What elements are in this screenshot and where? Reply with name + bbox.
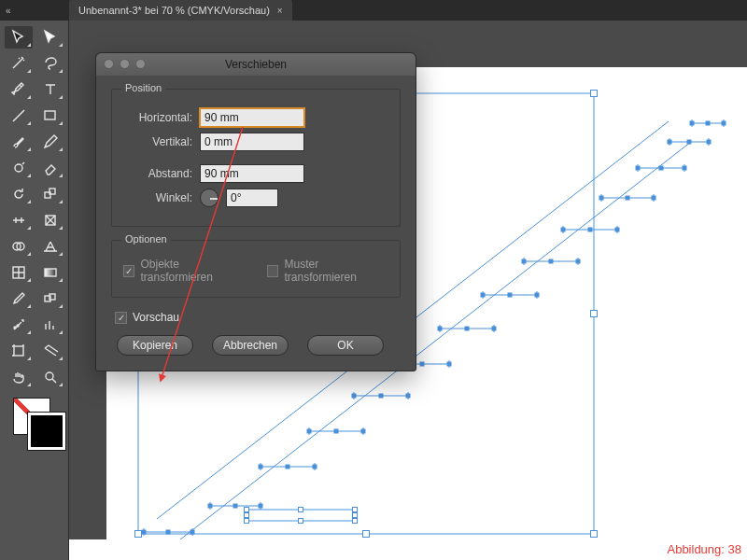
dialog-title: Verschieben [225,58,287,71]
tool-gradient[interactable] [36,261,64,284]
document-tab[interactable]: Unbenannt-3* bei 70 % (CMYK/Vorschau) × [69,0,292,21]
zoom-traffic-light[interactable] [135,59,146,69]
ok-button[interactable]: OK [307,335,384,356]
tool-shape-builder[interactable] [5,235,33,258]
tool-selection[interactable] [5,26,33,49]
tool-scale[interactable] [36,183,64,205]
tool-blob-brush[interactable] [5,157,33,179]
objects-checkbox[interactable] [123,265,134,277]
tool-column-graph[interactable] [36,314,64,336]
preview-checkbox[interactable] [115,312,127,324]
document-tab-title: Unbenannt-3* bei 70 % (CMYK/Vorschau) [78,5,270,16]
tool-lasso[interactable] [36,52,64,75]
vertikal-label: Vertikal: [123,135,192,148]
tool-mesh[interactable] [5,261,33,284]
chevrons-left-icon: « [6,6,11,16]
winkel-field[interactable] [226,189,278,207]
options-group: Optionen Objekte transformieren Muster t… [111,240,401,298]
panel-collapse-button[interactable]: « [0,0,69,21]
tool-line-segment[interactable] [5,105,33,127]
tool-free-transform[interactable] [36,209,64,231]
tool-zoom[interactable] [36,366,64,388]
tool-magic-wand[interactable] [5,52,33,75]
horizontal-label: Horizontal: [123,111,192,124]
tool-pencil[interactable] [36,131,64,153]
tool-type[interactable] [36,78,64,101]
svg-rect-13 [14,346,23,356]
svg-rect-8 [45,269,56,276]
document-tab-bar: Unbenannt-3* bei 70 % (CMYK/Vorschau) × [69,0,292,21]
tool-slice[interactable] [36,340,64,362]
vertikal-field[interactable] [200,133,304,151]
angle-dial[interactable] [200,189,218,207]
kopieren-label: Kopieren [133,339,177,352]
position-legend: Position [121,82,165,93]
winkel-label: Winkel: [123,191,192,204]
patterns-checkbox[interactable] [267,265,278,277]
abstand-label: Abstand: [123,167,192,180]
tool-paintbrush[interactable] [5,131,33,153]
tool-pen[interactable] [5,78,33,101]
svg-point-11 [14,327,16,329]
tool-direct-selection[interactable] [36,26,64,49]
tool-width[interactable] [5,209,33,231]
tool-symbol-sprayer[interactable] [5,314,33,336]
ok-label: OK [337,339,353,352]
close-icon[interactable]: × [277,6,283,16]
tool-eraser[interactable] [36,157,64,179]
svg-point-14 [46,372,53,380]
move-dialog: Verschieben Position Horizontal: Vertika… [95,52,416,371]
fill-stroke-swatches [0,398,68,450]
abbrechen-label: Abbrechen [223,339,277,352]
abstand-field[interactable] [200,164,304,183]
options-legend: Optionen [121,233,171,245]
close-traffic-light[interactable] [104,59,114,69]
svg-rect-0 [45,111,55,119]
preview-label: Vorschau [133,311,179,324]
kopieren-button[interactable]: Kopieren [117,335,193,356]
tool-perspective-grid[interactable] [36,235,64,258]
abbrechen-button[interactable]: Abbrechen [212,335,289,356]
dialog-titlebar[interactable]: Verschieben [96,53,416,76]
tool-rotate[interactable] [5,183,33,205]
window-controls [104,59,146,69]
tools-panel [0,21,69,560]
figure-caption: Abbildung: 38 [667,542,741,556]
minimize-traffic-light[interactable] [120,59,130,69]
svg-point-1 [15,164,22,172]
position-group: Position Horizontal: Vertikal: Abstand: … [111,89,401,227]
patterns-checkbox-label: Muster transformieren [284,258,388,284]
tool-eyedropper[interactable] [5,287,33,310]
tool-hand[interactable] [5,366,33,388]
tool-artboard[interactable] [5,340,33,362]
stroke-swatch[interactable] [28,413,65,450]
horizontal-field[interactable] [200,108,304,127]
tool-blend[interactable] [36,287,64,310]
tool-rectangle[interactable] [36,105,64,127]
objects-checkbox-label: Objekte transformieren [140,258,248,284]
